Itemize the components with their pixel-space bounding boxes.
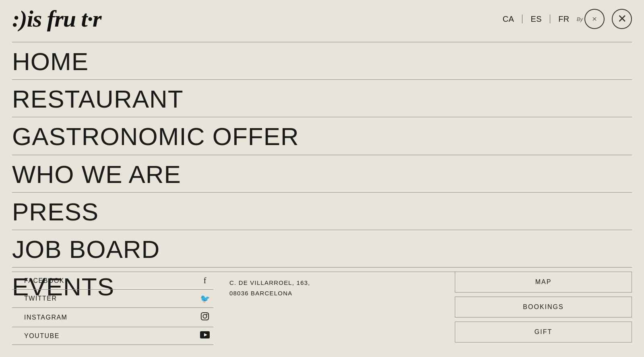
- svg-rect-0: [201, 313, 208, 320]
- footer: FACEBOOK f TWITTER 🐦 INSTAGRAM YOUTUBE: [0, 264, 644, 357]
- nav-item-home[interactable]: HOME: [12, 42, 632, 79]
- nav-label-who: WHO WE ARE: [12, 160, 181, 188]
- nav-label-home: HOME: [12, 48, 89, 75]
- gift-button[interactable]: GIFT: [455, 322, 632, 342]
- map-button[interactable]: MAP: [455, 272, 632, 293]
- social-instagram[interactable]: INSTAGRAM: [12, 308, 213, 327]
- close-icon: ✕: [617, 13, 627, 25]
- nav-label-jobboard: JOB BOARD: [12, 235, 160, 263]
- svg-point-2: [206, 314, 208, 315]
- lang-separator-1: [522, 15, 522, 23]
- twitter-icon: 🐦: [199, 294, 211, 303]
- facebook-icon: f: [199, 276, 211, 285]
- nav-item-press[interactable]: PRESS: [12, 192, 632, 230]
- instagram-icon: [199, 312, 211, 323]
- lang-es[interactable]: ES: [528, 13, 544, 25]
- social-twitter[interactable]: TWITTER 🐦: [12, 290, 213, 308]
- nav-item-jobboard[interactable]: JOB BOARD: [12, 230, 632, 267]
- nav-label-restaurant: RESTAURANT: [12, 85, 184, 113]
- youtube-icon: [199, 331, 211, 340]
- social-facebook[interactable]: FACEBOOK f: [12, 272, 213, 290]
- circle-x-button[interactable]: ×: [584, 9, 605, 29]
- lang-fr[interactable]: FR: [556, 13, 572, 25]
- by-label: By: [577, 16, 583, 22]
- nav-item-gastronomic[interactable]: GASTRONOMIC OFFER: [12, 117, 632, 154]
- by-badge: By ×: [577, 9, 605, 29]
- social-youtube[interactable]: YOUTUBE: [12, 327, 213, 345]
- circle-x-icon: ×: [592, 15, 597, 23]
- nav-label-gastronomic: GASTRONOMIC OFFER: [12, 122, 299, 150]
- header: :)is fru t·r CA ES FR By × ✕: [0, 0, 644, 38]
- social-youtube-label: YOUTUBE: [24, 332, 60, 340]
- bookings-button[interactable]: BOOKINGS: [455, 297, 632, 318]
- address-column: C. DE VILLARROEL, 163, 08036 BARCELONA: [213, 272, 455, 298]
- nav-label-press: PRESS: [12, 198, 99, 226]
- social-column: FACEBOOK f TWITTER 🐦 INSTAGRAM YOUTUBE: [12, 272, 213, 345]
- logo[interactable]: :)is fru t·r: [12, 7, 101, 31]
- nav-item-who[interactable]: WHO WE ARE: [12, 155, 632, 192]
- address-line1: C. DE VILLARROEL, 163,: [229, 278, 439, 288]
- svg-point-1: [203, 314, 206, 318]
- lang-ca[interactable]: CA: [500, 13, 517, 25]
- buttons-column: MAP BOOKINGS GIFT: [455, 272, 632, 342]
- lang-separator-2: [550, 15, 550, 23]
- social-facebook-label: FACEBOOK: [24, 277, 64, 284]
- close-button[interactable]: ✕: [612, 9, 632, 29]
- social-twitter-label: TWITTER: [24, 295, 57, 302]
- logo-text: :)is fru t·r: [12, 6, 101, 32]
- social-instagram-label: INSTAGRAM: [24, 314, 67, 321]
- header-right: CA ES FR By × ✕: [500, 9, 632, 29]
- nav-item-restaurant[interactable]: RESTAURANT: [12, 79, 632, 117]
- address-line2: 08036 BARCELONA: [229, 288, 439, 299]
